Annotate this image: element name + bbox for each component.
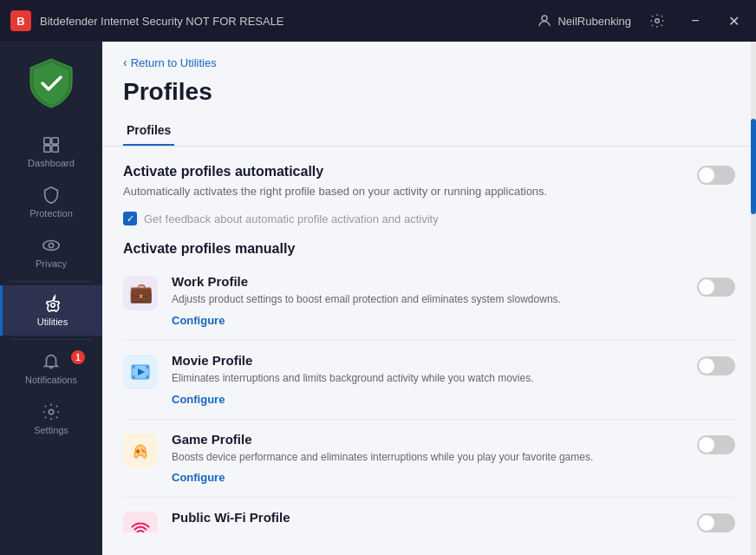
gear-icon [649,13,665,29]
sidebar-divider [10,281,92,282]
minimize-button[interactable]: − [683,9,707,33]
game-profile-item: Game Profile Boosts device performance a… [123,420,735,499]
dashboard-label: Dashboard [28,158,75,168]
movie-profile-name: Movie Profile [172,353,673,368]
titlebar-settings-button[interactable] [645,9,669,33]
notifications-label: Notifications [25,375,77,385]
user-icon [537,13,552,29]
tabs: Profiles [123,116,735,146]
svg-rect-5 [52,146,58,152]
svg-point-9 [49,409,54,415]
work-profile-name: Work Profile [172,274,673,289]
utilities-label: Utilities [37,317,68,327]
feedback-checkbox-row: ✓ Get feedback about automatic profile a… [123,212,735,225]
auto-profiles-text: Activate profiles automatically Automati… [123,164,687,206]
game-profile-desc: Boosts device performance and eliminates… [172,450,673,465]
movie-configure-link[interactable]: Configure [172,393,225,406]
svg-point-18 [142,449,144,451]
notifications-icon [42,352,61,371]
movie-profile-item: Movie Profile Eliminates interruptions a… [123,341,735,420]
movie-profile-toggle[interactable] [697,356,735,375]
game-configure-link[interactable]: Configure [172,471,225,484]
sidebar-item-dashboard[interactable]: Dashboard [0,127,102,177]
movie-icon [130,362,151,382]
svg-point-7 [49,243,54,248]
content-header: ‹ Return to Utilities Profiles Profiles [102,42,756,147]
feedback-label: Get feedback about automatic profile act… [144,212,439,225]
game-toggle-wrap [687,432,735,454]
game-profile-name: Game Profile [172,432,673,447]
sidebar-item-protection[interactable]: Protection [0,177,102,227]
manual-profiles-title: Activate profiles manually [123,241,735,257]
sidebar-divider-2 [10,339,92,340]
user-info: NeilRubenking [537,13,631,29]
work-toggle-wrap [687,274,735,297]
sidebar-item-notifications[interactable]: 1 Notifications [0,343,102,394]
auto-profiles-desc: Automatically activates the right profil… [123,185,687,198]
wifi-profile-name: Public Wi-Fi Profile [172,510,673,525]
auto-profiles-toggle[interactable] [697,166,735,185]
svg-rect-2 [44,138,50,144]
sidebar: Dashboard Protection Privacy [0,42,102,555]
work-profile-desc: Adjusts product settings to boost email … [172,292,673,307]
movie-toggle-wrap [687,353,735,375]
auto-profiles-section: Activate profiles automatically Automati… [123,164,735,225]
sidebar-nav: Dashboard Protection Privacy [0,127,102,444]
svg-rect-15 [146,375,149,379]
wifi-profile-item: Public Wi-Fi Profile [123,498,735,532]
wifi-icon [130,519,151,532]
back-link[interactable]: ‹ Return to Utilities [123,56,735,69]
work-profile-toggle[interactable] [697,278,735,297]
game-icon [130,441,151,461]
app-body: Dashboard Protection Privacy [0,42,756,555]
back-link-text: Return to Utilities [131,56,217,69]
close-button[interactable]: ✕ [721,9,746,33]
wifi-profile-icon [123,512,158,532]
game-profile-toggle[interactable] [697,435,735,454]
svg-rect-4 [44,146,50,152]
page-title: Profiles [123,78,735,106]
game-profile-info: Game Profile Boosts device performance a… [172,432,673,486]
sidebar-item-utilities[interactable]: Utilities [0,285,102,336]
movie-profile-info: Movie Profile Eliminates interruptions a… [172,353,673,407]
movie-profile-icon [123,355,158,389]
privacy-label: Privacy [36,258,67,269]
app-logo: B [10,10,31,31]
shield-logo [23,56,79,111]
svg-rect-3 [52,138,58,144]
manual-profiles-section: Activate profiles manually 💼 Work Profil… [123,241,735,532]
scrollbar-thumb[interactable] [751,119,756,214]
scrollbar-track[interactable] [751,42,756,555]
svg-point-19 [143,451,145,453]
wifi-profile-info: Public Wi-Fi Profile [172,510,673,528]
content-body: Activate profiles automatically Automati… [102,147,756,555]
work-profile-icon: 💼 [123,276,158,310]
wifi-profile-toggle[interactable] [697,513,735,532]
sidebar-item-privacy[interactable]: Privacy [0,227,102,278]
notification-badge: 1 [71,350,85,364]
settings-label: Settings [34,425,68,435]
game-profile-icon [123,434,158,468]
tab-profiles[interactable]: Profiles [123,116,174,146]
svg-rect-14 [132,375,135,379]
utilities-icon [43,294,62,313]
svg-point-1 [655,19,660,23]
svg-rect-13 [146,365,149,369]
work-profile-info: Work Profile Adjusts product settings to… [172,274,673,328]
svg-point-8 [50,304,55,308]
main-content: ‹ Return to Utilities Profiles Profiles … [102,42,756,555]
wifi-toggle-wrap [687,510,735,532]
settings-icon [42,402,61,421]
auto-profiles-title: Activate profiles automatically [123,164,687,180]
protection-icon [42,186,61,205]
sidebar-item-settings[interactable]: Settings [0,394,102,444]
svg-point-6 [43,241,59,251]
shield-icon-large [23,56,79,111]
dashboard-icon [42,135,61,154]
work-configure-link[interactable]: Configure [172,314,225,327]
feedback-checkbox[interactable]: ✓ [123,212,137,225]
username: NeilRubenking [557,15,631,28]
work-profile-item: 💼 Work Profile Adjusts product settings … [123,262,735,341]
privacy-icon [42,236,61,255]
app-title: Bitdefender Internet Security NOT FOR RE… [40,15,537,28]
